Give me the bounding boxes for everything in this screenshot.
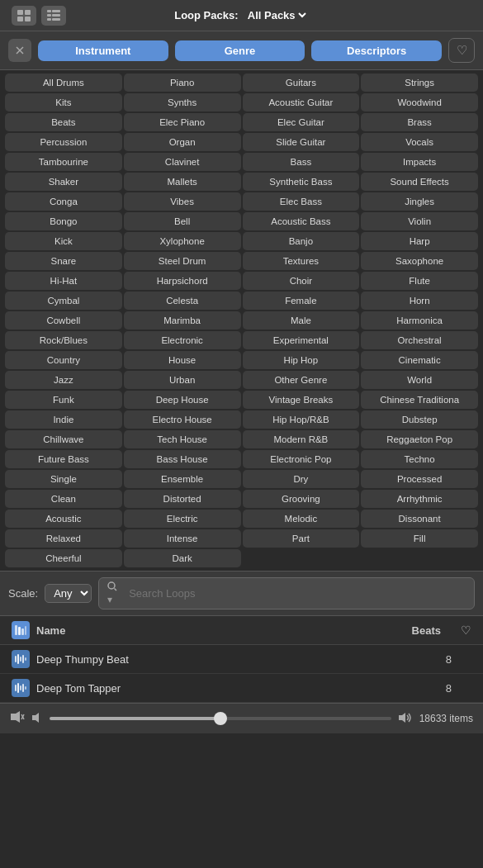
filter-button[interactable]: Kits	[5, 93, 122, 111]
close-button[interactable]	[8, 39, 31, 62]
filter-button[interactable]: Cheerful	[5, 549, 122, 567]
filter-button[interactable]: Jingles	[361, 192, 478, 211]
filter-button[interactable]: Dissonant	[361, 510, 478, 528]
filter-button[interactable]: Impacts	[361, 153, 478, 171]
filter-button[interactable]: Hip Hop	[243, 351, 360, 369]
filter-button[interactable]: Brass	[361, 113, 478, 131]
filter-button[interactable]: Electronic	[124, 331, 241, 349]
filter-button[interactable]: Rock/Blues	[5, 331, 122, 349]
filter-button[interactable]: All Drums	[5, 74, 122, 92]
filter-button[interactable]: Acoustic	[5, 510, 122, 528]
filter-button[interactable]: Mallets	[124, 173, 241, 191]
filter-button[interactable]: Dark	[124, 549, 241, 567]
filter-button[interactable]: Banjo	[243, 232, 360, 250]
favorites-button[interactable]: ♡	[448, 38, 475, 63]
filter-button[interactable]: Textures	[243, 252, 360, 270]
filter-button[interactable]: Indie	[5, 410, 122, 429]
filter-button[interactable]: Processed	[361, 470, 478, 488]
filter-button[interactable]: Bass House	[124, 450, 241, 468]
filter-button[interactable]: Part	[243, 529, 360, 548]
filter-button[interactable]: World	[361, 371, 478, 389]
list-item[interactable]: Deep Tom Tapper 8	[0, 674, 483, 703]
instrument-tab[interactable]: Instrument	[38, 40, 168, 61]
filter-button[interactable]: Organ	[124, 133, 241, 151]
mute-button[interactable]	[10, 710, 25, 727]
filter-button[interactable]: Bongo	[5, 212, 122, 230]
filter-button[interactable]: Synths	[124, 93, 241, 111]
filter-button[interactable]: Elec Piano	[124, 113, 241, 131]
filter-button[interactable]: Other Genre	[243, 371, 360, 389]
filter-button[interactable]: Slide Guitar	[243, 133, 360, 151]
filter-button[interactable]: Bass	[243, 153, 360, 171]
filter-button[interactable]: Elec Guitar	[243, 113, 360, 131]
filter-button[interactable]: Bell	[124, 212, 241, 230]
filter-button[interactable]: Techno	[361, 450, 478, 468]
filter-button[interactable]: Single	[5, 470, 122, 488]
filter-button[interactable]: Clavinet	[124, 153, 241, 171]
filter-button[interactable]: Percussion	[5, 133, 122, 151]
scale-select[interactable]: Any	[45, 584, 92, 603]
filter-button[interactable]: Harmonica	[361, 311, 478, 330]
filter-button[interactable]: Horn	[361, 292, 478, 310]
filter-button[interactable]: Acoustic Guitar	[243, 93, 360, 111]
volume-slider[interactable]	[50, 717, 391, 720]
pack-selector[interactable]: All Packs	[244, 8, 309, 22]
filter-button[interactable]: Modern R&B	[243, 430, 360, 448]
filter-button[interactable]: Hip Hop/R&B	[243, 410, 360, 429]
filter-button[interactable]: Violin	[361, 212, 478, 230]
filter-button[interactable]: Kick	[5, 232, 122, 250]
filter-button[interactable]: Ensemble	[124, 470, 241, 488]
filter-button[interactable]: Reggaeton Pop	[361, 430, 478, 448]
filter-button[interactable]: Xylophone	[124, 232, 241, 250]
filter-button[interactable]: Marimba	[124, 311, 241, 330]
filter-button[interactable]: Cowbell	[5, 311, 122, 330]
filter-button[interactable]: Tambourine	[5, 153, 122, 171]
filter-button[interactable]: Strings	[361, 74, 478, 92]
filter-button[interactable]: Chillwave	[5, 430, 122, 448]
filter-button[interactable]: Intense	[124, 529, 241, 548]
filter-button[interactable]: Dry	[243, 470, 360, 488]
filter-button[interactable]: Chinese Traditiona	[361, 391, 478, 409]
filter-button[interactable]: Harpsichord	[124, 272, 241, 290]
filter-button[interactable]: Experimental	[243, 331, 360, 349]
filter-button[interactable]: Electronic Pop	[243, 450, 360, 468]
filter-button[interactable]: Funk	[5, 391, 122, 409]
filter-button[interactable]: Male	[243, 311, 360, 330]
filter-button[interactable]: Cymbal	[5, 292, 122, 310]
filter-button[interactable]: Cinematic	[361, 351, 478, 369]
filter-button[interactable]: House	[124, 351, 241, 369]
filter-button[interactable]: Sound Effects	[361, 173, 478, 191]
filter-button[interactable]: Female	[243, 292, 360, 310]
filter-button[interactable]: Woodwind	[361, 93, 478, 111]
list-view-button[interactable]	[41, 6, 66, 26]
filter-button[interactable]: Snare	[5, 252, 122, 270]
filter-button[interactable]: Synthetic Bass	[243, 173, 360, 191]
filter-button[interactable]: Grooving	[243, 490, 360, 508]
filter-button[interactable]: Shaker	[5, 173, 122, 191]
filter-button[interactable]: Piano	[124, 74, 241, 92]
filter-button[interactable]: Tech House	[124, 430, 241, 448]
filter-button[interactable]: Choir	[243, 272, 360, 290]
filter-button[interactable]: Vibes	[124, 192, 241, 211]
filter-button[interactable]: Guitars	[243, 74, 360, 92]
filter-button[interactable]: Vocals	[361, 133, 478, 151]
filter-button[interactable]: Saxophone	[361, 252, 478, 270]
filter-button[interactable]: Celesta	[124, 292, 241, 310]
filter-button[interactable]: Urban	[124, 371, 241, 389]
filter-button[interactable]: Orchestral	[361, 331, 478, 349]
list-item[interactable]: Deep Thumpy Beat 8	[0, 645, 483, 674]
filter-button[interactable]: Hi-Hat	[5, 272, 122, 290]
filter-button[interactable]: Distorted	[124, 490, 241, 508]
filter-button[interactable]: Elec Bass	[243, 192, 360, 211]
filter-button[interactable]: Deep House	[124, 391, 241, 409]
filter-button[interactable]: Conga	[5, 192, 122, 211]
filter-button[interactable]: Jazz	[5, 371, 122, 389]
filter-button[interactable]: Fill	[361, 529, 478, 548]
filter-button[interactable]: Electric	[124, 510, 241, 528]
filter-button[interactable]: Beats	[5, 113, 122, 131]
filter-button[interactable]: Electro House	[124, 410, 241, 429]
grid-view-button[interactable]	[12, 6, 36, 26]
filter-button[interactable]: Steel Drum	[124, 252, 241, 270]
filter-button[interactable]: Harp	[361, 232, 478, 250]
filter-button[interactable]: Acoustic Bass	[243, 212, 360, 230]
